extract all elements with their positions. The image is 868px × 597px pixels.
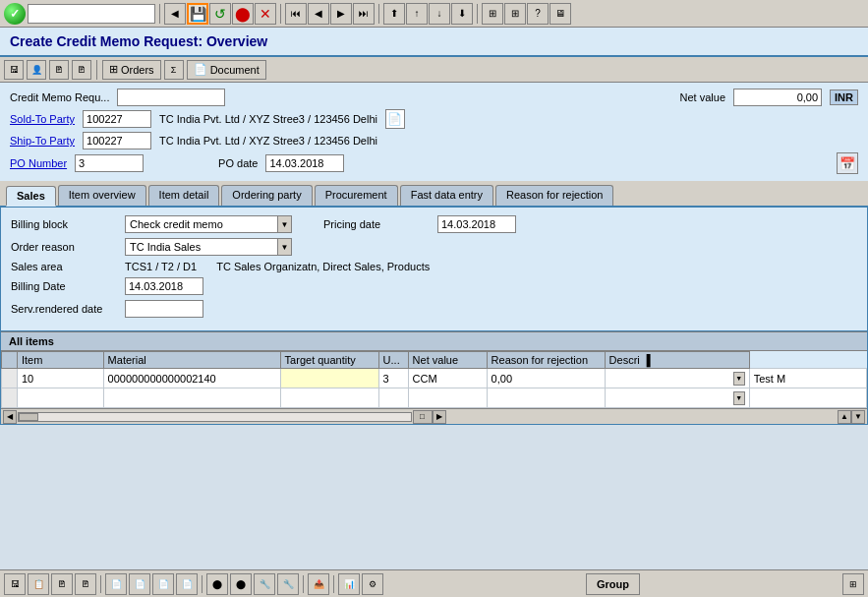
pricing-date-label: Pricing date: [323, 218, 432, 230]
sb-btn-3[interactable]: 🖹: [51, 573, 73, 595]
tb2-btn-2[interactable]: 👤: [27, 60, 46, 80]
pricing-date-input[interactable]: 14.03.2018: [437, 215, 516, 233]
po-date-input[interactable]: 14.03.2018: [265, 154, 344, 172]
calendar-icon[interactable]: 📅: [837, 152, 858, 174]
sb-btn-4[interactable]: 🖹: [75, 573, 96, 595]
h-scroll-right[interactable]: ▶: [433, 410, 446, 424]
orders-label: Orders: [121, 64, 154, 76]
tab-procurement[interactable]: Procurement: [315, 185, 398, 206]
save-btn[interactable]: 💾: [187, 3, 208, 25]
refresh-btn[interactable]: ✕: [255, 3, 276, 25]
sb-btn-end[interactable]: ⊞: [842, 573, 864, 595]
empty-material: [103, 388, 280, 408]
orders-menu[interactable]: ⊞ Orders: [102, 60, 161, 80]
sales-tab-content: Billing block Check credit memo ▼ Pricin…: [0, 208, 868, 331]
toolbar-group-nav: ⏮ ◀ ▶ ⏭: [285, 3, 375, 25]
row-selector[interactable]: [2, 369, 18, 388]
v-scroll-down[interactable]: ▼: [851, 410, 865, 424]
page-next-btn[interactable]: ↓: [429, 3, 450, 25]
h-scroll-thumb: [19, 413, 38, 421]
serv-rendered-label: Serv.rendered date: [11, 303, 119, 315]
layout-btn[interactable]: ⊞: [482, 3, 503, 25]
sb-btn-6[interactable]: 📄: [129, 573, 150, 595]
ship-to-input[interactable]: 100227: [83, 132, 151, 149]
help-btn[interactable]: ?: [527, 3, 549, 25]
sb-sep-1: [100, 575, 101, 593]
empty-u1: [378, 388, 408, 408]
first-btn[interactable]: ⏮: [285, 3, 307, 25]
tb2-sep-1: [96, 60, 97, 80]
sb-sep-4: [333, 575, 334, 593]
empty-reason-dropdown[interactable]: ▼: [733, 391, 745, 405]
col-net-value: Net value: [408, 352, 487, 369]
last-btn[interactable]: ⏭: [353, 3, 375, 25]
serv-rendered-input[interactable]: [125, 300, 203, 318]
document-menu[interactable]: 📄 Document: [187, 60, 266, 80]
po-number-input[interactable]: 3: [75, 154, 144, 172]
tab-item-overview[interactable]: Item overview: [58, 185, 146, 206]
tab-reason-rejection[interactable]: Reason for rejection: [495, 185, 613, 206]
po-number-label[interactable]: PO Number: [10, 157, 67, 169]
items-table-header-row: Item Material Target quantity U... Net v…: [2, 352, 867, 369]
sold-to-label[interactable]: Sold-To Party: [10, 113, 75, 125]
prev-btn[interactable]: ◀: [308, 3, 329, 25]
toolbar-group-extra: ⊞ ⊞ ? 🖥: [482, 3, 571, 25]
grid-icon: ⊞: [109, 63, 118, 76]
sigma-btn[interactable]: Σ: [164, 60, 184, 80]
sb-btn-13[interactable]: 📤: [308, 573, 329, 595]
back-btn[interactable]: ◀: [164, 3, 186, 25]
tab-ordering-party[interactable]: Ordering party: [221, 185, 312, 206]
page-prev-btn[interactable]: ↑: [406, 3, 428, 25]
page-down-btn[interactable]: ⬇: [451, 3, 473, 25]
tb2-btn-1[interactable]: 🖫: [4, 60, 24, 80]
cell-uom: CCM: [408, 369, 487, 388]
tb2-btn-3[interactable]: 🖹: [49, 60, 69, 80]
cell-reason: ▼: [605, 369, 749, 388]
sb-btn-5[interactable]: 📄: [105, 573, 127, 595]
tab-item-detail[interactable]: Item detail: [148, 185, 220, 206]
sb-btn-10[interactable]: ⬤: [230, 573, 252, 595]
reason-dropdown[interactable]: ▼: [733, 372, 745, 386]
sold-to-input[interactable]: 100227: [83, 110, 151, 128]
billing-block-select[interactable]: Check credit memo ▼: [125, 215, 292, 233]
undo-btn[interactable]: ↺: [209, 3, 231, 25]
tab-sales[interactable]: Sales: [6, 186, 56, 207]
sb-sep-3: [303, 575, 304, 593]
cell-target-qty[interactable]: [280, 369, 378, 388]
h-scroll-left[interactable]: ◀: [3, 410, 17, 424]
toolbar-group-file: ◀ 💾 ↺ ⬤ ✕: [164, 3, 276, 25]
sb-btn-2[interactable]: 📋: [28, 573, 49, 595]
order-reason-select[interactable]: TC India Sales ▼: [125, 238, 292, 256]
billing-block-arrow[interactable]: ▼: [277, 216, 291, 232]
sb-btn-14[interactable]: 📊: [338, 573, 360, 595]
cell-unit-num: 3: [378, 369, 408, 388]
v-scroll-up[interactable]: ▲: [838, 410, 851, 424]
layout2-btn[interactable]: ⊞: [504, 3, 526, 25]
billing-date-input[interactable]: 14.03.2018: [125, 277, 203, 295]
tab-row-order-reason: Order reason TC India Sales ▼: [11, 238, 857, 256]
sb-btn-15[interactable]: ⚙: [362, 573, 383, 595]
sb-btn-11[interactable]: 🔧: [254, 573, 275, 595]
h-scroll-track[interactable]: [18, 412, 412, 422]
order-reason-arrow[interactable]: ▼: [277, 239, 291, 255]
group-button[interactable]: Group: [586, 573, 640, 595]
sb-btn-8[interactable]: 📄: [176, 573, 198, 595]
net-value-display: 0,00: [733, 89, 822, 106]
monitor-btn[interactable]: 🖥: [550, 3, 571, 25]
sold-to-doc-icon[interactable]: 📄: [385, 109, 405, 129]
tab-fast-data[interactable]: Fast data entry: [400, 185, 493, 206]
sb-btn-9[interactable]: ⬤: [206, 573, 228, 595]
credit-memo-input[interactable]: [117, 89, 225, 106]
tb2-btn-4[interactable]: 🖹: [72, 60, 91, 80]
sb-btn-12[interactable]: 🔧: [277, 573, 299, 595]
col-reason: Reason for rejection: [487, 352, 605, 369]
sb-btn-1[interactable]: 🖫: [4, 573, 26, 595]
ship-to-label[interactable]: Ship-To Party: [10, 135, 75, 147]
sb-btn-7[interactable]: 📄: [152, 573, 174, 595]
next-btn[interactable]: ▶: [330, 3, 352, 25]
stop-btn[interactable]: ⬤: [232, 3, 254, 25]
command-input[interactable]: [28, 4, 155, 24]
h-scroll-page[interactable]: □: [413, 410, 433, 424]
main-toolbar: ✓ ◀ 💾 ↺ ⬤ ✕ ⏮ ◀ ▶ ⏭ ⬆ ↑ ↓ ⬇ ⊞ ⊞ ? 🖥: [0, 0, 868, 28]
page-up-btn[interactable]: ⬆: [383, 3, 405, 25]
